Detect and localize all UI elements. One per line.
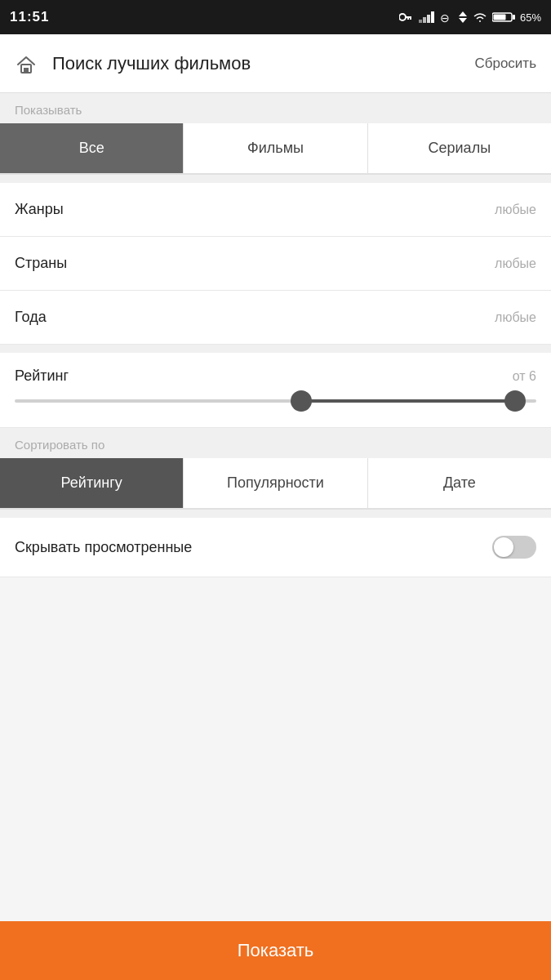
- sort-tab-date[interactable]: Дате: [368, 458, 551, 508]
- status-bar: 11:51 ⊖: [0, 0, 551, 34]
- show-tabs: Все Фильмы Сериалы: [0, 123, 551, 175]
- sort-section-label: Сортировать по: [0, 428, 551, 458]
- signal-icon: [419, 11, 435, 23]
- bottom-spacer: [0, 577, 551, 618]
- svg-marker-10: [459, 18, 467, 23]
- svg-rect-2: [410, 18, 411, 20]
- tab-series[interactable]: Сериалы: [368, 123, 551, 173]
- divider-3: [0, 510, 551, 518]
- sort-tabs: Рейтингу Популярности Дате: [0, 458, 551, 510]
- key-icon: [399, 12, 414, 22]
- svg-rect-7: [431, 11, 434, 23]
- filter-countries[interactable]: Страны любые: [0, 237, 551, 291]
- wifi-icon: [473, 11, 487, 23]
- svg-rect-15: [24, 68, 29, 73]
- divider-2: [0, 345, 551, 353]
- svg-rect-4: [419, 20, 422, 23]
- hide-watched-row: Скрывать просмотренные: [0, 518, 551, 577]
- hide-watched-toggle[interactable]: [492, 536, 536, 559]
- show-section-label: Показывать: [0, 93, 551, 123]
- header-bar: Поиск лучших фильмов Сбросить: [0, 34, 551, 93]
- svg-rect-5: [423, 17, 426, 23]
- tab-all[interactable]: Все: [0, 123, 184, 173]
- rating-header: Рейтинг от 6: [15, 368, 536, 385]
- svg-rect-13: [493, 15, 505, 20]
- genres-label: Жанры: [15, 201, 64, 218]
- button-spacer: [0, 618, 551, 677]
- status-time: 11:51: [10, 9, 49, 25]
- years-label: Года: [15, 309, 47, 326]
- toggle-knob: [494, 537, 513, 557]
- status-right: ⊖ 65%: [399, 11, 541, 24]
- rating-slider-thumb-max[interactable]: [504, 390, 526, 412]
- rating-section: Рейтинг от 6: [0, 353, 551, 428]
- countries-value: любые: [495, 256, 536, 271]
- sort-tab-rating[interactable]: Рейтингу: [0, 458, 184, 508]
- show-button[interactable]: Показать: [0, 921, 551, 980]
- divider-1: [0, 175, 551, 183]
- tab-movies[interactable]: Фильмы: [184, 123, 367, 173]
- filter-years[interactable]: Года любые: [0, 291, 551, 345]
- svg-marker-9: [459, 11, 467, 16]
- home-icon[interactable]: [15, 51, 38, 76]
- rating-slider-thumb-min[interactable]: [291, 390, 312, 412]
- years-value: любые: [495, 310, 536, 325]
- svg-rect-3: [407, 18, 409, 20]
- sort-tab-popularity[interactable]: Популярности: [184, 458, 367, 508]
- rating-slider-fill: [301, 399, 515, 403]
- network-icon: ⊖: [440, 11, 453, 23]
- rating-slider-track[interactable]: [15, 399, 536, 403]
- rating-value: от 6: [513, 369, 536, 384]
- svg-rect-12: [513, 15, 515, 20]
- filter-genres[interactable]: Жанры любые: [0, 183, 551, 237]
- data-arrows-icon: [458, 11, 468, 23]
- svg-point-0: [399, 14, 406, 20]
- hide-watched-label: Скрывать просмотренные: [15, 539, 192, 556]
- page-title: Поиск лучших фильмов: [52, 53, 474, 74]
- svg-rect-1: [405, 16, 411, 18]
- svg-rect-6: [427, 15, 430, 23]
- battery-percent: 65%: [520, 11, 541, 24]
- reset-button[interactable]: Сбросить: [474, 56, 536, 72]
- svg-text:⊖: ⊖: [440, 11, 450, 23]
- battery-icon: [492, 11, 515, 23]
- show-button-label: Показать: [238, 940, 314, 961]
- countries-label: Страны: [15, 255, 67, 272]
- rating-label: Рейтинг: [15, 368, 69, 385]
- genres-value: любые: [495, 203, 536, 217]
